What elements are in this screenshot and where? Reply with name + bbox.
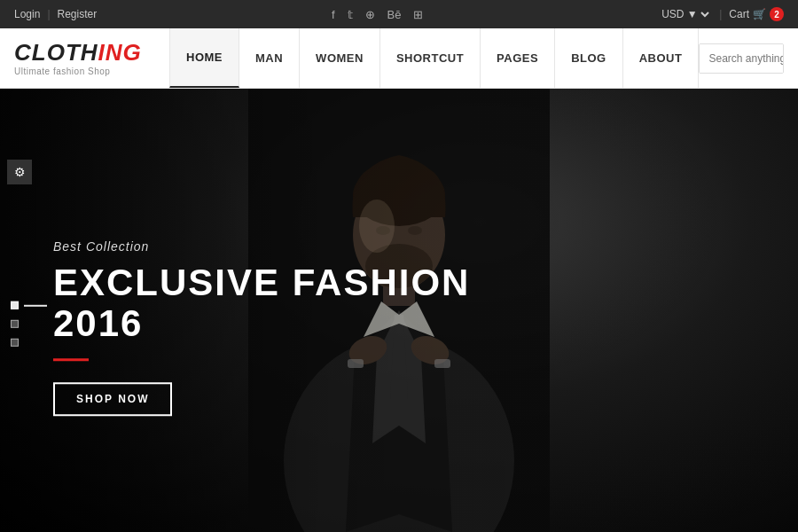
behance-icon[interactable]: Bē — [387, 8, 402, 21]
nav-item-pages[interactable]: PAGES — [481, 28, 555, 88]
nav-item-about[interactable]: ABOUT — [623, 28, 700, 88]
logo-part2: ing — [98, 39, 142, 66]
slide-indicator-2[interactable] — [11, 320, 47, 328]
shop-now-button[interactable]: SHOP NOW — [53, 383, 172, 417]
top-bar-right: USD ▼ EUR GBP | Cart 🛒 2 — [658, 7, 784, 21]
top-bar-left: Login | Register — [14, 8, 97, 20]
divider: | — [47, 8, 50, 20]
slide-indicator-3[interactable] — [11, 339, 47, 347]
cart-button[interactable]: Cart 🛒 2 — [729, 7, 784, 21]
search-input[interactable] — [700, 44, 784, 73]
logo-part1: Cloth — [14, 39, 98, 66]
top-bar-divider2: | — [719, 8, 722, 20]
social-links: f 𝕥 ⊕ Bē ⊞ — [332, 8, 424, 21]
hero-content: Best Collection EXCLUSIVE FASHION 2016 S… — [53, 239, 514, 416]
currency-select[interactable]: USD ▼ EUR GBP — [658, 7, 712, 21]
register-link[interactable]: Register — [58, 8, 98, 20]
login-link[interactable]: Login — [14, 8, 40, 20]
hero-accent-line — [53, 359, 89, 362]
gear-icon: ⚙ — [14, 165, 26, 179]
logo-subtitle: Ultimate fashion Shop — [14, 66, 169, 76]
indicator-dot-3 — [11, 339, 19, 347]
rss-icon[interactable]: ⊞ — [413, 8, 423, 21]
nav-item-women[interactable]: WOMEN — [300, 28, 380, 88]
nav-item-man[interactable]: MAN — [239, 28, 300, 88]
search-box: 🔍 — [699, 43, 784, 74]
indicator-dot-active — [11, 301, 19, 309]
cart-icon: 🛒 — [753, 8, 766, 20]
facebook-icon[interactable]: f — [332, 8, 335, 21]
slide-indicators — [11, 301, 47, 347]
logo[interactable]: Clothing Ultimate fashion Shop — [14, 41, 169, 76]
indicator-line-active — [24, 304, 47, 306]
nav-item-home[interactable]: HOME — [169, 28, 239, 88]
settings-panel-icon[interactable]: ⚙ — [7, 160, 32, 184]
slide-indicator-1[interactable] — [11, 301, 47, 309]
twitter-icon[interactable]: 𝕥 — [348, 8, 353, 21]
cart-label: Cart — [729, 8, 749, 20]
main-nav: HOME MAN WOMEN SHORTCUT PAGES BLOG ABOUT — [169, 28, 699, 88]
pinterest-icon[interactable]: ⊕ — [365, 8, 375, 21]
hero-title: EXCLUSIVE FASHION 2016 — [53, 262, 514, 344]
nav-item-shortcut[interactable]: SHORTCUT — [380, 28, 481, 88]
nav-item-blog[interactable]: BLOG — [555, 28, 623, 88]
cart-badge: 2 — [770, 7, 784, 21]
header: Clothing Ultimate fashion Shop HOME MAN … — [0, 28, 798, 89]
logo-text: Clothing — [14, 41, 169, 64]
top-bar: Login | Register f 𝕥 ⊕ Bē ⊞ USD ▼ EUR GB… — [0, 0, 798, 28]
hero-subtitle: Best Collection — [53, 239, 514, 254]
hero-section: ⚙ Best Collection EXCLUSIVE FASHION 2016… — [0, 89, 798, 532]
indicator-dot-2 — [11, 320, 19, 328]
